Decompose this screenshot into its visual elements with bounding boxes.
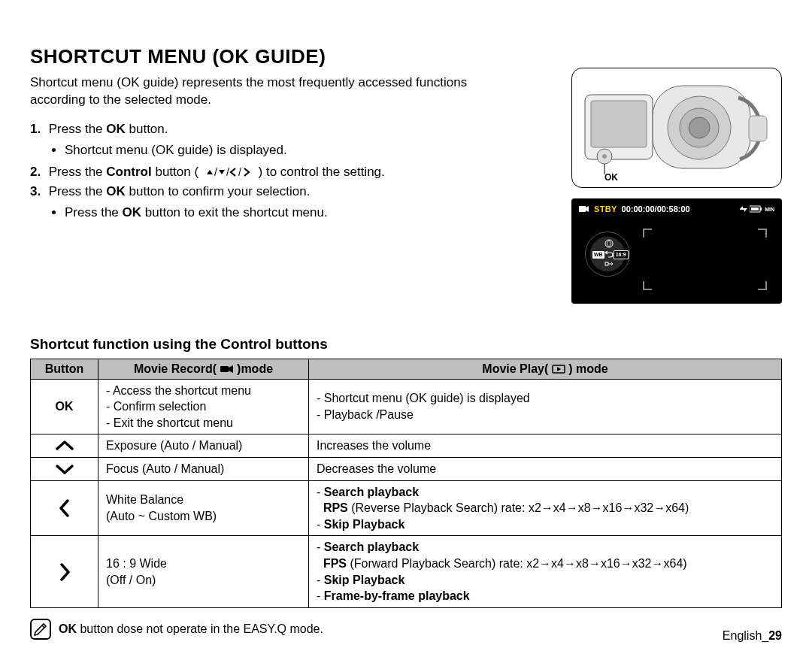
control-arrows-icon: / / / (198, 165, 258, 179)
step1-ok: OK (106, 122, 126, 136)
svg-line-21 (42, 625, 44, 628)
svg-text:/: / (226, 167, 229, 177)
left-record-cell: White Balance (Auto ~ Custom WB) (98, 480, 309, 536)
ratio-badge: 16:9 (614, 250, 629, 259)
time-counter: 00:00:00/00:58:00 (622, 204, 690, 213)
table-row: 16 : 9 Wide (Off / On) - Search playback… (31, 536, 782, 607)
svg-rect-4 (591, 101, 647, 147)
svg-rect-19 (220, 366, 229, 372)
note-icon (30, 619, 51, 640)
btn-ok-cell: OK (31, 379, 98, 434)
btn-left-cell (31, 480, 98, 536)
page-footer: English_29 (723, 629, 782, 643)
step3-bullet: Press the OK button to exit the shortcut… (65, 203, 496, 223)
table-row: OK - Access the shortcut menu - Confirm … (31, 379, 782, 434)
illustration-panel: OK STBY 00:00:00/00:58:00 MIN (571, 68, 782, 304)
ok-play-cell: - Shortcut menu (OK guide) is displayed … (309, 379, 782, 434)
lcd-screen-illustration: STBY 00:00:00/00:58:00 MIN WB 16:9 (571, 198, 782, 304)
step3-text-a: Press the (49, 184, 107, 198)
step2-control: Control (106, 165, 155, 179)
aperture-icon (604, 239, 614, 250)
step-number: 3. (30, 182, 45, 201)
return-icon (604, 250, 614, 259)
right-play-cell: - Search playback FPS (Forward Playback … (309, 536, 782, 607)
svg-point-11 (689, 117, 710, 138)
stby-label: STBY (594, 204, 617, 213)
btn-up-cell (31, 434, 98, 458)
intro-text: Shortcut menu (OK guide) represents the … (30, 74, 496, 109)
svg-text:/: / (214, 167, 217, 177)
chevron-down-icon (55, 463, 74, 475)
chevron-left-icon (59, 498, 71, 518)
svg-rect-15 (751, 207, 759, 210)
left-play-cell: - Search playback RPS (Reverse Playback … (309, 480, 782, 536)
step2-text-a: Press the (49, 165, 107, 179)
svg-rect-13 (579, 206, 586, 212)
svg-point-17 (605, 240, 613, 247)
table-row: Focus (Auto / Manual) Decreases the volu… (31, 457, 782, 480)
down-record-cell: Focus (Auto / Manual) (98, 457, 309, 480)
steps-list: 1. Press the OK button. Shortcut menu (O… (30, 120, 496, 223)
subheading: Shortcut function using the Control butt… (30, 336, 782, 353)
ok-pointer-label: OK (604, 172, 618, 183)
btn-right-cell (31, 536, 98, 607)
svg-rect-18 (605, 262, 608, 265)
shortcut-dial-icon: WB 16:9 (585, 232, 630, 277)
down-play-cell: Decreases the volume (309, 457, 782, 480)
shortcut-function-table: Button Movie Record( )mode Movie Play( )… (30, 359, 782, 608)
step-number: 2. (30, 162, 45, 182)
step1-text-b: button. (126, 122, 168, 136)
th-button: Button (31, 359, 98, 379)
step3-ok: OK (106, 184, 126, 198)
note-text: button dose not operate in the EASY.Q mo… (77, 622, 323, 635)
step1-bullet: Shortcut menu (OK guide) is displayed. (65, 141, 496, 160)
step-number: 1. (30, 120, 45, 139)
note-ok: OK (59, 622, 77, 635)
right-record-cell: 16 : 9 Wide (Off / On) (98, 536, 309, 607)
wb-badge: WB (592, 251, 604, 259)
chevron-right-icon (59, 562, 71, 582)
page-title: SHORTCUT MENU (OK GUIDE) (30, 45, 782, 68)
table-row: White Balance (Auto ~ Custom WB) - Searc… (31, 480, 782, 536)
movie-icon (579, 204, 589, 213)
step2-text-d: ) to control the setting. (259, 165, 385, 179)
svg-point-6 (602, 154, 607, 159)
camcorder-illustration: OK (571, 68, 782, 188)
th-record: Movie Record( )mode (98, 359, 309, 379)
svg-text:/: / (238, 167, 241, 177)
th-play: Movie Play( ) mode (309, 359, 782, 379)
svg-rect-12 (749, 116, 767, 141)
ok-record-cell: - Access the shortcut menu - Confirm sel… (98, 379, 309, 434)
btn-down-cell (31, 457, 98, 480)
svg-rect-16 (760, 207, 762, 210)
up-record-cell: Exposure (Auto / Manual) (98, 434, 309, 458)
step1-text-a: Press the (49, 122, 107, 136)
battery-icon: MIN (739, 205, 774, 213)
note: OK button dose not operate in the EASY.Q… (30, 619, 782, 640)
chevron-up-icon (55, 440, 74, 452)
step2-text-c: button ( (155, 165, 198, 179)
focus-icon (604, 260, 614, 269)
up-play-cell: Increases the volume (309, 434, 782, 458)
step3-text-b: button to confirm your selection. (126, 184, 311, 198)
table-row: Exposure (Auto / Manual) Increases the v… (31, 434, 782, 458)
